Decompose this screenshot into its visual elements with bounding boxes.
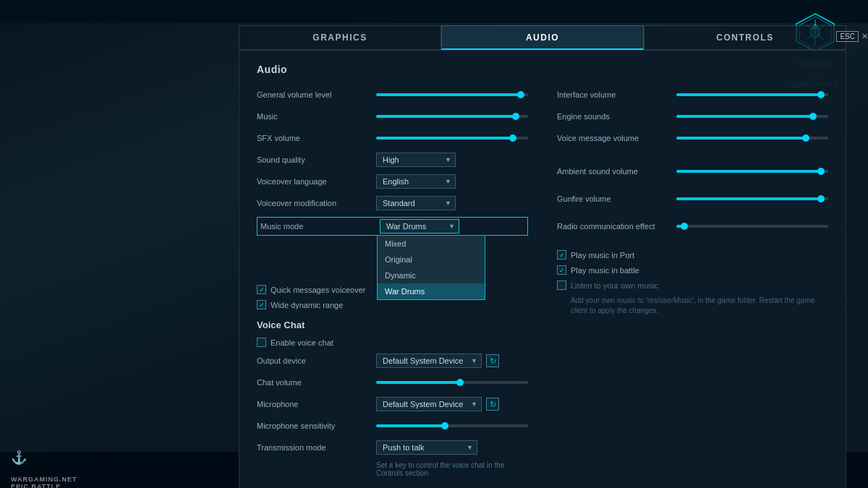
wide-dynamic-checkbox[interactable] — [257, 300, 266, 309]
esc-label: ESC — [836, 31, 859, 42]
interface-volume-control[interactable] — [676, 93, 828, 96]
close-icon[interactable]: ✕ — [861, 32, 868, 41]
ambient-sound-label: Ambient sound volume — [557, 167, 676, 176]
settings-columns: General volume level Music — [257, 87, 828, 477]
chat-volume-control[interactable] — [376, 381, 528, 384]
quick-messages-label: Quick messages voiceover — [271, 286, 365, 294]
play-music-port-row: Play music in Port — [557, 250, 828, 260]
microphone-refresh-button[interactable]: ↻ — [486, 398, 499, 411]
chat-volume-slider[interactable] — [376, 381, 528, 384]
radio-comm-slider[interactable] — [676, 225, 828, 228]
play-music-battle-row: Play music in battle — [557, 265, 828, 275]
ambient-sound-control[interactable] — [676, 170, 828, 173]
ambient-sound-slider[interactable] — [676, 170, 828, 173]
dropdown-item-mixed[interactable]: Mixed — [378, 236, 485, 252]
modal-body: Audio General volume level Music — [239, 50, 846, 488]
mic-sensitivity-slider[interactable] — [376, 424, 528, 427]
music-volume-row: Music — [257, 108, 528, 124]
microphone-control: Default System Device ▼ ↻ — [376, 397, 528, 411]
transmission-mode-select[interactable]: Push to talkAlways on — [376, 440, 477, 455]
sound-quality-control: HighLowMediumUltra ▼ — [376, 153, 528, 167]
output-device-row: Output device Default System Device ▼ ↻ — [257, 353, 528, 369]
general-volume-slider[interactable] — [376, 93, 528, 96]
voiceover-language-label: Voiceover language — [257, 177, 376, 186]
interface-volume-slider[interactable] — [676, 93, 828, 96]
voice-message-volume-row: Voice message volume — [557, 130, 828, 146]
play-music-port-label: Play music in Port — [571, 251, 634, 260]
microphone-select[interactable]: Default System Device — [376, 397, 482, 411]
dropdown-item-original[interactable]: Original — [378, 252, 485, 267]
voice-message-volume-control[interactable] — [676, 137, 828, 140]
microphone-row: Microphone Default System Device ▼ ↻ — [257, 396, 528, 412]
music-mode-label: Music mode — [260, 222, 380, 231]
tab-controls-label: CONTROLS — [716, 33, 773, 43]
music-mode-select-wrap: War DrumsMixedOriginalDynamic ▼ — [380, 219, 459, 234]
dropdown-item-war-drums[interactable]: War Drums — [378, 283, 485, 299]
play-music-battle-checkbox[interactable] — [557, 265, 566, 275]
wargaming-icon: ⚓ — [11, 450, 77, 466]
engine-sounds-row: Engine sounds — [557, 108, 828, 124]
ambient-sound-row: Ambient sound volume — [557, 163, 828, 179]
listen-own-music-checkbox[interactable] — [557, 281, 566, 290]
voice-chat-title: Voice Chat — [257, 320, 528, 330]
engine-sounds-control[interactable] — [676, 115, 828, 118]
listen-own-music-row: Listen to your own music — [557, 281, 828, 290]
wide-dynamic-row: Wide dynamic range — [257, 300, 528, 309]
enable-voice-chat-checkbox[interactable] — [257, 338, 266, 347]
output-device-select-wrap: Default System Device ▼ — [376, 354, 482, 368]
chat-volume-row: Chat volume — [257, 374, 528, 390]
tab-bar: GRAPHICS AUDIO CONTROLS ESC ✕ — [239, 25, 846, 50]
esc-close-button[interactable]: ESC ✕ — [836, 31, 868, 42]
mic-sensitivity-control[interactable] — [376, 424, 528, 427]
transmission-mode-row: Transmission mode Push to talkAlways on … — [257, 440, 528, 455]
music-mode-row: Music mode War DrumsMixedOriginalDynamic… — [257, 217, 528, 236]
wargaming-subtitle: EPIC BATTLE — [11, 483, 77, 488]
voiceover-modification-select-wrap: StandardNational ▼ — [376, 196, 456, 210]
right-column: Interface volume Engine sounds — [557, 87, 828, 477]
tab-graphics[interactable]: GRAPHICS — [239, 25, 441, 50]
voiceover-language-select[interactable]: EnglishRussianGermanJapanese — [376, 174, 456, 189]
gunfire-volume-slider[interactable] — [676, 197, 828, 200]
enable-voice-chat-row: Enable voice chat — [257, 338, 528, 347]
music-mode-control: War DrumsMixedOriginalDynamic ▼ — [380, 219, 524, 234]
top-bar — [0, 0, 868, 23]
engine-sounds-slider[interactable] — [676, 115, 828, 118]
transmission-mode-select-wrap: Push to talkAlways on ▼ — [376, 440, 477, 455]
section-title: Audio — [257, 64, 828, 75]
sound-quality-label: Sound quality — [257, 155, 376, 164]
output-device-label: Output device — [257, 356, 376, 365]
play-music-port-checkbox[interactable] — [557, 250, 566, 260]
microphone-row-inner: Default System Device ▼ ↻ — [376, 397, 528, 411]
transmission-mode-control: Push to talkAlways on ▼ — [376, 440, 528, 455]
interface-volume-label: Interface volume — [557, 90, 676, 99]
tab-audio[interactable]: AUDIO — [441, 25, 644, 50]
wide-dynamic-label: Wide dynamic range — [271, 301, 343, 309]
output-device-select[interactable]: Default System Device — [376, 354, 482, 368]
voice-message-volume-slider[interactable] — [676, 137, 828, 140]
dropdown-item-dynamic[interactable]: Dynamic — [378, 267, 485, 283]
sfx-volume-slider[interactable] — [376, 137, 528, 140]
quick-messages-checkbox[interactable] — [257, 285, 266, 294]
sfx-volume-control[interactable] — [376, 137, 528, 140]
general-volume-control[interactable] — [376, 93, 528, 96]
gunfire-volume-row: Gunfire volume — [557, 191, 828, 207]
music-mode-dropdown: Mixed Original Dynamic War Drums — [377, 235, 485, 300]
output-device-row-inner: Default System Device ▼ ↻ — [376, 354, 528, 368]
output-device-refresh-button[interactable]: ↻ — [486, 354, 499, 367]
music-mode-select[interactable]: War DrumsMixedOriginalDynamic — [380, 219, 459, 234]
mic-sensitivity-row: Microphone sensitivity — [257, 418, 528, 434]
voiceover-modification-select[interactable]: StandardNational — [376, 196, 456, 210]
listen-own-music-label: Listen to your own music — [571, 281, 658, 290]
tab-controls[interactable]: CONTROLS — [644, 25, 846, 50]
music-volume-control[interactable] — [376, 115, 528, 118]
music-volume-slider[interactable] — [376, 115, 528, 118]
music-folder-hint: Add your own music to 'res/userMusic', i… — [571, 296, 828, 316]
microphone-select-wrap: Default System Device ▼ — [376, 397, 482, 411]
settings-modal: GRAPHICS AUDIO CONTROLS ESC ✕ Audio Gene… — [239, 25, 846, 448]
voice-message-volume-label: Voice message volume — [557, 134, 676, 142]
sound-quality-select[interactable]: HighLowMediumUltra — [376, 153, 456, 167]
radio-comm-control[interactable] — [676, 225, 828, 228]
engine-sounds-label: Engine sounds — [557, 112, 676, 121]
gunfire-volume-control[interactable] — [676, 197, 828, 200]
radio-comm-row: Radio communication effect — [557, 218, 828, 234]
